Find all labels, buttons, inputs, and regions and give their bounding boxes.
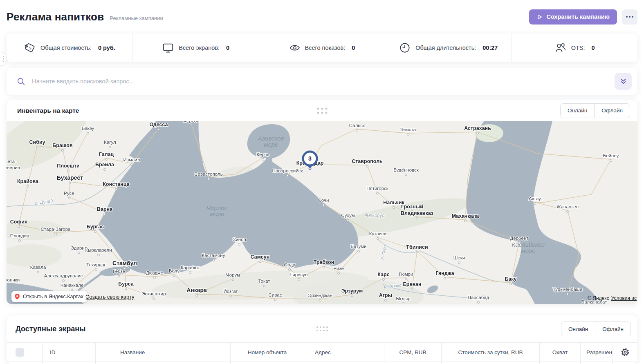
svg-text:Грозный: Грозный — [401, 204, 423, 210]
svg-text:Бакэу: Бакэу — [82, 126, 94, 131]
svg-text:Новороссийск: Новороссийск — [272, 168, 303, 173]
terms-of-use-link[interactable]: Условия ис — [611, 295, 637, 301]
stat-label: Всего показов: — [305, 45, 346, 51]
svg-text:Туркменбаши: Туркменбаши — [553, 287, 582, 292]
map-online-offline-toggle: Онлайн Офлайн — [560, 103, 630, 118]
open-in-yandex-maps-button[interactable]: Открыть в Яндекс.Картах — [11, 291, 88, 302]
map-mount-label: Эльбрус — [365, 213, 384, 218]
stat-label: Общая длительность: — [415, 45, 476, 51]
price-tag-icon: $ — [24, 42, 36, 54]
magnifier-icon — [16, 77, 26, 86]
col-object-number: Номер объекта — [231, 343, 304, 362]
svg-text:Гянджа: Гянджа — [435, 270, 454, 276]
svg-text:Орду: Орду — [284, 262, 295, 267]
breadcrumb: Рекламные кампании — [110, 15, 163, 21]
map-online-button[interactable]: Онлайн — [561, 104, 594, 118]
svg-text:Ыгдыр: Ыгдыр — [396, 296, 410, 301]
svg-text:Александруполис: Александруполис — [44, 273, 83, 278]
open-in-yandex-maps-label: Открыть в Яндекс.Картах — [23, 294, 83, 299]
map-city-label: Херсон — [183, 121, 199, 123]
svg-text:София: София — [10, 219, 28, 225]
drag-handle-icon[interactable] — [316, 326, 328, 331]
svg-text:Анкара: Анкара — [186, 287, 207, 293]
col-cpm: CPM, RUB — [384, 343, 442, 362]
svg-text:Дербент: Дербент — [510, 236, 529, 241]
drawer-toggle[interactable] — [0, 52, 7, 66]
stat-label: Общая стоимость: — [40, 45, 92, 51]
svg-text:Херсон: Херсон — [183, 121, 199, 123]
drag-handle-icon[interactable] — [317, 107, 327, 114]
gear-icon[interactable] — [620, 347, 630, 357]
stat-total-duration: Общая длительность: 00:27 — [385, 33, 512, 62]
collapse-filters-button[interactable] — [615, 73, 632, 90]
svg-text:Парсабад: Парсабад — [468, 295, 489, 300]
search-bar — [7, 68, 637, 95]
svg-text:Бухарест: Бухарест — [57, 174, 83, 181]
stat-label: Всего экранов: — [179, 45, 220, 51]
page-header: Реклама напитков Рекламные кампании Сохр… — [7, 0, 637, 33]
search-input[interactable] — [31, 78, 615, 85]
col-address: Адрес — [304, 343, 384, 362]
map-attribution: © ЯндексУсловия ис — [588, 295, 637, 301]
svg-text:Элиста: Элиста — [400, 127, 416, 132]
svg-text:Сухум: Сухум — [341, 213, 355, 218]
col-id: ID — [43, 343, 75, 362]
svg-text:Салоники: Салоники — [7, 277, 20, 282]
stat-ots: OTS: 0 — [512, 33, 637, 62]
svg-text:Бейнеу: Бейнеу — [603, 153, 619, 158]
svg-text:Варна: Варна — [97, 206, 113, 212]
svg-text:Чорум: Чорум — [226, 272, 240, 277]
svg-text:Владикавказ: Владикавказ — [401, 210, 433, 216]
svg-text:Бурса: Бурса — [118, 281, 134, 287]
play-icon — [536, 14, 543, 20]
svg-text:Пятигорск: Пятигорск — [366, 186, 389, 191]
table-section-title: Доступные экраны — [16, 325, 85, 333]
col-resolution: Разрешение — [581, 343, 613, 362]
table-offline-button[interactable]: Офлайн — [595, 322, 631, 336]
campaign-stats-bar: $ Общая стоимость: 0 руб. Всего экранов:… — [7, 33, 637, 62]
svg-text:Карс: Карс — [377, 272, 389, 277]
svg-text:Астрахань: Астрахань — [464, 125, 491, 131]
table-header-row: ID Название Номер объекта Адрес CPM, RUB… — [7, 342, 637, 362]
svg-text:Актау: Актау — [529, 196, 541, 201]
svg-text:Эльбрус: Эльбрус — [367, 213, 384, 218]
select-all-checkbox[interactable] — [16, 348, 24, 357]
col-price-per-day: Стоимость за сутки, RUB — [442, 343, 540, 362]
svg-text:Бургас: Бургас — [87, 224, 104, 230]
eye-icon — [289, 42, 301, 54]
svg-text:Плоешти: Плоешти — [57, 163, 80, 169]
svg-text:Брэила: Брэила — [95, 162, 114, 167]
svg-text:Керчь: Керчь — [256, 152, 269, 157]
map-card-header: Инвентарь на карте Онлайн Офлайн — [7, 100, 637, 121]
clock-icon — [399, 42, 411, 54]
available-screens-card: Доступные экраны Онлайн Офлайн ID Назван… — [7, 315, 637, 364]
map-offline-button[interactable]: Офлайн — [594, 104, 630, 118]
save-campaign-button[interactable]: Сохранить кампанию — [529, 9, 617, 25]
yandex-copyright: © Яндекс — [588, 295, 609, 301]
ellipsis-icon — [626, 16, 628, 18]
stat-value: 0 — [591, 45, 595, 51]
svg-text:Шеки: Шеки — [453, 255, 465, 260]
map-canvas[interactable]: ХерсонБакэуОдессаСальскЭлистаАстраханьСи… — [7, 121, 637, 304]
svg-text:Эдирне: Эдирне — [71, 246, 87, 250]
table-first-row-clipped — [7, 362, 637, 364]
svg-text:Токат: Токат — [258, 279, 270, 284]
create-own-map-link[interactable]: Создать свою карту — [85, 294, 135, 300]
svg-text:Гюмри: Гюмри — [399, 272, 413, 277]
campaign-page: Реклама напитков Рекламные кампании Сохр… — [0, 0, 644, 364]
page-title: Реклама напитков — [7, 11, 104, 23]
svg-text:Тбилиси: Тбилиси — [406, 244, 428, 250]
people-icon — [554, 42, 567, 54]
save-campaign-label: Сохранить кампанию — [546, 13, 610, 20]
yandex-map: ХерсонБакэуОдессаСальскЭлистаАстраханьСи… — [7, 121, 637, 304]
more-actions-button[interactable] — [622, 9, 637, 25]
stat-value: 00:27 — [482, 45, 498, 51]
double-chevron-down-icon — [620, 78, 627, 85]
monitor-icon — [162, 42, 174, 54]
col-select — [7, 343, 43, 362]
table-online-button[interactable]: Онлайн — [561, 322, 595, 336]
stat-value: 0 — [352, 45, 355, 51]
stat-total-impressions: Всего показов: 0 — [259, 33, 386, 62]
svg-text:Кавала: Кавала — [30, 265, 46, 270]
header-actions: Сохранить кампанию — [529, 9, 637, 25]
